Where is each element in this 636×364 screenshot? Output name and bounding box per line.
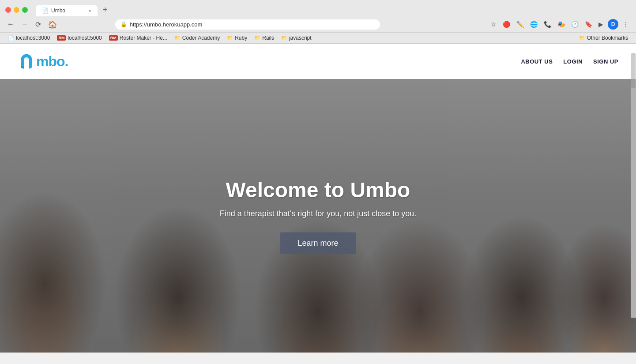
hero-content: Welcome to Umbo Find a therapist that's …	[186, 178, 451, 254]
bookmark-coder-academy[interactable]: 📁 Coder Academy	[172, 34, 222, 42]
close-window-button[interactable]	[5, 7, 11, 13]
folder-icon: 📁	[227, 35, 233, 41]
window-controls	[5, 7, 28, 13]
folder-icon: 📁	[281, 35, 287, 41]
bookmark-label: Coder Academy	[182, 35, 220, 41]
rm-badge: RM	[109, 35, 118, 41]
website-content: mbo. ABOUT US LOGIN SIGN UP Welcome to U…	[0, 44, 636, 353]
tab-close-button[interactable]: ×	[89, 8, 91, 13]
hero-section: Welcome to Umbo Find a therapist that's …	[0, 79, 636, 353]
reload-button[interactable]: ⟳	[34, 19, 43, 30]
folder-icon: 📁	[254, 35, 260, 41]
new-tab-button[interactable]: +	[99, 4, 111, 16]
extension-2-button[interactable]: ✏️	[515, 20, 526, 29]
tab-bar: 📄 Umbo × +	[36, 4, 631, 16]
url-bar[interactable]: 🔒 https://umbo.herokuapp.com	[115, 19, 380, 30]
browser-actions: ☆ 🔴 ✏️ 🌐 📞 🎭 🕐 🔖 ▶ D ⋮	[489, 19, 631, 30]
extension-3-button[interactable]: 🌐	[528, 20, 539, 29]
address-bar: ← → ⟳ 🏠 🔒 https://umbo.herokuapp.com ☆ 🔴…	[0, 16, 636, 32]
folder-icon: 📁	[174, 35, 181, 41]
bookmark-label: Ruby	[235, 35, 247, 41]
rm-badge: RM	[57, 35, 66, 41]
bookmark-star-button[interactable]: ☆	[489, 20, 498, 29]
bookmark-rails[interactable]: 📁 Rails	[252, 34, 277, 42]
bookmark-localhost5000[interactable]: RM localhost:5000	[54, 34, 104, 42]
back-button[interactable]: ←	[5, 19, 16, 29]
bookmark-localhost3000[interactable]: 📄 localhost:3000	[5, 34, 53, 42]
tab-title: Umbo	[51, 8, 65, 14]
title-bar: 📄 Umbo × +	[0, 0, 636, 16]
maximize-window-button[interactable]	[22, 7, 28, 13]
tab-icon: 📄	[42, 8, 49, 14]
bookmark-other[interactable]: 📁 Other Bookmarks	[576, 34, 631, 42]
minimize-window-button[interactable]	[14, 7, 19, 13]
extension-1-button[interactable]: 🔴	[501, 20, 512, 29]
menu-button[interactable]: ⋮	[621, 20, 631, 29]
site-navigation: mbo. ABOUT US LOGIN SIGN UP	[0, 44, 636, 79]
site-logo[interactable]: mbo.	[18, 53, 68, 70]
bookmark-roster-maker[interactable]: RM Roster Maker - He...	[106, 34, 170, 42]
bookmark-label: javascript	[289, 35, 312, 41]
bookmark-label: Roster Maker - He...	[120, 35, 167, 41]
page-icon: 📄	[8, 35, 14, 41]
extension-8-button[interactable]: ▶	[597, 20, 605, 29]
home-button[interactable]: 🏠	[46, 19, 59, 30]
active-tab[interactable]: 📄 Umbo ×	[36, 5, 98, 16]
login-link[interactable]: LOGIN	[563, 58, 583, 65]
lock-icon: 🔒	[120, 21, 127, 27]
bookmark-label: Other Bookmarks	[587, 35, 628, 41]
bookmark-label: Rails	[262, 35, 274, 41]
hero-subtitle: Find a therapist that's right for you, n…	[186, 209, 451, 218]
sign-up-link[interactable]: SIGN UP	[593, 58, 618, 65]
extension-6-button[interactable]: 🕐	[569, 20, 580, 29]
nav-links: ABOUT US LOGIN SIGN UP	[521, 58, 618, 65]
hero-title: Welcome to Umbo	[186, 178, 451, 202]
learn-more-button[interactable]: Learn more	[280, 233, 356, 254]
about-us-link[interactable]: ABOUT US	[521, 58, 553, 65]
extension-4-button[interactable]: 📞	[542, 20, 553, 29]
profile-avatar-button[interactable]: D	[608, 19, 618, 30]
bookmarks-bar: 📄 localhost:3000 RM localhost:5000 RM Ro…	[0, 32, 636, 43]
extension-7-button[interactable]: 🔖	[583, 20, 594, 29]
bookmark-javascript[interactable]: 📁 javascript	[278, 34, 314, 42]
bookmark-ruby[interactable]: 📁 Ruby	[224, 34, 250, 42]
bookmark-label: localhost:3000	[16, 35, 50, 41]
logo-text: mbo.	[36, 53, 68, 70]
forward-button[interactable]: →	[19, 19, 30, 29]
folder-icon: 📁	[579, 35, 585, 41]
url-text: https://umbo.herokuapp.com	[130, 21, 203, 28]
browser-chrome: 📄 Umbo × + ← → ⟳ 🏠 🔒 https://umbo.heroku…	[0, 0, 636, 44]
bookmark-label: localhost:5000	[68, 35, 102, 41]
logo-icon	[18, 53, 35, 70]
extension-5-button[interactable]: 🎭	[556, 20, 567, 29]
